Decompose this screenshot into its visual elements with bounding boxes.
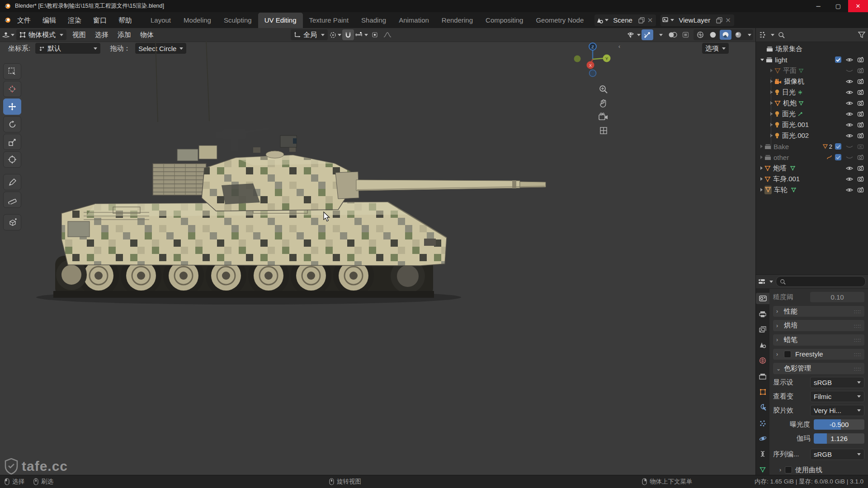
drag-grip-icon[interactable]: :::: bbox=[854, 366, 861, 371]
properties-tab-particles[interactable] bbox=[756, 417, 769, 428]
outliner-row-turret[interactable]: 炮塔 bbox=[756, 163, 868, 174]
expand-arrow-icon[interactable] bbox=[760, 166, 763, 170]
shading-wireframe-button[interactable] bbox=[694, 30, 706, 40]
expand-arrow-icon[interactable] bbox=[770, 69, 773, 72]
freestyle-checkbox[interactable] bbox=[784, 351, 791, 358]
overlays-toggle[interactable] bbox=[667, 29, 679, 40]
viewport-menu-view[interactable]: 视图 bbox=[68, 31, 90, 39]
collection-checkbox[interactable] bbox=[835, 143, 841, 150]
outliner-row-arealight-002[interactable]: 面光.002 bbox=[756, 130, 868, 141]
tool-scale[interactable] bbox=[3, 134, 21, 150]
tab-rendering[interactable]: Rendering bbox=[435, 13, 479, 28]
expand-arrow[interactable]: › bbox=[779, 467, 784, 473]
tab-sculpting[interactable]: Sculpting bbox=[217, 13, 258, 28]
render-camera-toggle[interactable] bbox=[855, 89, 866, 95]
tool-select-box[interactable] bbox=[3, 63, 21, 80]
expand-arrow-icon[interactable] bbox=[760, 155, 763, 159]
gizmo-y-minus-axis[interactable] bbox=[574, 56, 581, 62]
noise-threshold-value[interactable]: 0.10 bbox=[810, 292, 864, 302]
visibility-dropdown[interactable] bbox=[627, 29, 641, 40]
outliner-row-light-collection[interactable]: light bbox=[756, 54, 868, 65]
viewport-menu-object[interactable]: 物体 bbox=[136, 31, 158, 39]
outliner-row-other-collection[interactable]: other bbox=[756, 152, 868, 163]
collection-checkbox[interactable] bbox=[835, 154, 841, 160]
render-camera-toggle[interactable] bbox=[855, 122, 866, 127]
render-camera-toggle[interactable] bbox=[855, 133, 866, 138]
maximize-button[interactable]: ▢ bbox=[828, 0, 848, 12]
panel-freestyle[interactable]: ›Freestyle:::: bbox=[773, 349, 864, 360]
viewport-menu-select[interactable]: 选择 bbox=[90, 31, 113, 39]
menu-help[interactable]: 帮助 bbox=[113, 13, 138, 28]
view-transform-dropdown[interactable]: Filmic bbox=[810, 391, 864, 402]
viewport-canvas[interactable]: Z Y X ‹ tafe.cc bbox=[0, 42, 756, 475]
drag-grip-icon[interactable]: :::: bbox=[854, 309, 861, 314]
expand-arrow-icon[interactable] bbox=[760, 188, 763, 192]
editor-type-button[interactable] bbox=[2, 29, 14, 40]
menu-edit[interactable]: 编辑 bbox=[37, 13, 62, 28]
properties-tab-viewlayer[interactable] bbox=[756, 324, 769, 335]
properties-tab-object[interactable] bbox=[756, 386, 769, 398]
hide-eye-toggle[interactable] bbox=[844, 79, 855, 84]
hide-eye-toggle[interactable] bbox=[844, 166, 855, 171]
hide-eye-toggle[interactable] bbox=[844, 57, 855, 62]
render-camera-toggle[interactable] bbox=[855, 68, 866, 73]
scene-selector[interactable]: Scene ✕ bbox=[594, 14, 656, 26]
drag-grip-icon[interactable]: :::: bbox=[854, 352, 861, 357]
outliner-row-machinegun[interactable]: 机炮 bbox=[756, 98, 868, 108]
render-camera-toggle[interactable] bbox=[855, 165, 866, 171]
properties-tab-output[interactable] bbox=[756, 308, 769, 319]
tab-modeling[interactable]: Modeling bbox=[177, 13, 217, 28]
tank-model[interactable] bbox=[0, 42, 756, 462]
render-camera-toggle[interactable] bbox=[855, 187, 866, 192]
copy-icon[interactable] bbox=[716, 17, 722, 23]
gizmo-z-minus-axis[interactable] bbox=[590, 70, 596, 77]
expand-arrow-icon[interactable] bbox=[760, 177, 763, 181]
outliner-row-wheels[interactable]: 车轮 bbox=[756, 184, 868, 195]
shading-material-button[interactable] bbox=[720, 30, 731, 40]
panel-performance[interactable]: ›性能:::: bbox=[773, 306, 864, 317]
outliner-row-plane[interactable]: 平面 bbox=[756, 65, 868, 76]
tool-measure[interactable] bbox=[3, 192, 21, 208]
navigation-gizmo[interactable]: Z Y X bbox=[571, 42, 614, 85]
proportional-edit-toggle[interactable] bbox=[369, 29, 381, 40]
unlink-icon[interactable]: ✕ bbox=[647, 16, 653, 24]
filter-funnel-icon[interactable] bbox=[858, 32, 865, 38]
outliner-row-scene-collection[interactable]: 场景集合 bbox=[756, 43, 868, 54]
properties-tab-data[interactable] bbox=[756, 464, 769, 475]
tool-add-cube[interactable] bbox=[3, 214, 21, 230]
render-camera-toggle[interactable] bbox=[855, 111, 866, 117]
minimize-button[interactable]: ─ bbox=[808, 0, 828, 12]
outliner-row-bake-collection[interactable]: Bake 2 bbox=[756, 141, 868, 152]
hide-eye-toggle[interactable] bbox=[844, 122, 855, 127]
panel-grease-pencil[interactable]: ›蜡笔:::: bbox=[773, 334, 864, 346]
copy-icon[interactable] bbox=[638, 17, 645, 23]
outliner-row-hull[interactable]: 车身.001 bbox=[756, 174, 868, 184]
properties-tab-modifiers[interactable] bbox=[756, 402, 769, 413]
pivot-point-button[interactable] bbox=[330, 29, 341, 40]
use-curves-checkbox[interactable] bbox=[785, 466, 792, 474]
shading-rendered-button[interactable] bbox=[732, 30, 744, 40]
exposure-slider[interactable]: -0.500 bbox=[814, 419, 864, 430]
tab-layout[interactable]: Layout bbox=[144, 13, 177, 28]
tab-uv-editing[interactable]: UV Editing bbox=[258, 13, 303, 28]
outliner-editor-icon[interactable] bbox=[759, 32, 766, 38]
hide-eye-toggle[interactable] bbox=[844, 68, 855, 73]
properties-tab-render[interactable] bbox=[756, 293, 769, 304]
menu-window[interactable]: 窗口 bbox=[87, 13, 113, 28]
tab-animation[interactable]: Animation bbox=[392, 13, 435, 28]
shading-dropdown[interactable] bbox=[745, 30, 752, 40]
collection-checkbox[interactable] bbox=[835, 56, 841, 63]
panel-color-management[interactable]: ⌄色彩管理:::: bbox=[773, 363, 864, 374]
panel-bake[interactable]: ›烘培:::: bbox=[773, 320, 864, 331]
render-camera-toggle[interactable] bbox=[855, 144, 866, 149]
region-collapse-arrow[interactable]: ‹ bbox=[618, 43, 620, 50]
viewport-3d[interactable]: 物体模式 视图 选择 添加 物体 全局 bbox=[0, 28, 756, 475]
tab-texture-paint[interactable]: Texture Paint bbox=[303, 13, 355, 28]
viewport-menu-add[interactable]: 添加 bbox=[113, 31, 136, 39]
display-device-dropdown[interactable]: sRGB bbox=[810, 377, 864, 388]
perspective-grid-icon[interactable] bbox=[599, 126, 609, 136]
hide-eye-toggle[interactable] bbox=[844, 133, 855, 138]
render-camera-toggle[interactable] bbox=[855, 57, 866, 62]
properties-tab-scene[interactable] bbox=[756, 339, 769, 351]
transform-orientation-selector[interactable]: 全局 bbox=[291, 29, 328, 40]
